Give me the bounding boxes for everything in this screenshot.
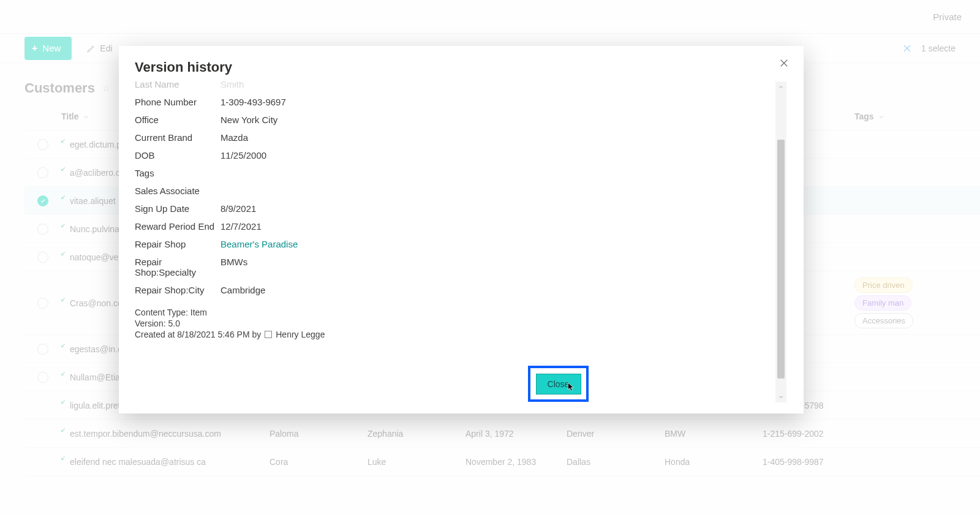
chevron-down-icon bbox=[83, 113, 90, 120]
selection-count-label: 1 selecte bbox=[921, 43, 956, 53]
pencil-icon bbox=[86, 43, 96, 53]
field-row: Tags bbox=[135, 164, 775, 182]
field-label: Tags bbox=[135, 168, 221, 178]
scrollbar[interactable] bbox=[775, 81, 786, 402]
table-row[interactable]: ↙eleifend nec malesuada@atrisus caCoraLu… bbox=[24, 448, 980, 476]
chevron-down-icon bbox=[878, 113, 885, 120]
column-header-title-label: Title bbox=[61, 111, 79, 121]
version-details: Last NameSmithPhone Number1-309-493-9697… bbox=[135, 81, 775, 402]
cell-dob: November 2, 1983 bbox=[466, 457, 567, 467]
field-value: Cambridge bbox=[221, 285, 265, 295]
field-value: 1-309-493-9697 bbox=[221, 97, 286, 107]
field-label: Sign Up Date bbox=[135, 203, 221, 214]
scroll-thumb[interactable] bbox=[777, 140, 785, 379]
field-label: Phone Number bbox=[135, 97, 221, 107]
cell-brand: Honda bbox=[665, 457, 763, 467]
cursor-icon bbox=[567, 382, 576, 393]
row-select[interactable] bbox=[24, 298, 61, 309]
field-row: Repair Shop:CityCambridge bbox=[135, 281, 775, 299]
version-line: Version: 5.0 bbox=[135, 319, 775, 328]
cell-first: Cora bbox=[270, 457, 368, 467]
plus-icon: + bbox=[32, 43, 37, 54]
column-header-tags-label: Tags bbox=[854, 111, 874, 121]
field-value-link[interactable]: Beamer's Paradise bbox=[221, 239, 298, 249]
field-label: Last Name bbox=[135, 81, 221, 89]
field-row: Repair Shop:SpecialtyBMWs bbox=[135, 253, 775, 281]
cell-dob: April 3, 1972 bbox=[466, 429, 567, 439]
cell-phone: 1-405-998-9987 bbox=[763, 457, 854, 467]
field-label: Reward Period End bbox=[135, 221, 221, 232]
close-button-highlight: Close bbox=[528, 366, 589, 402]
row-select[interactable] bbox=[24, 224, 61, 235]
list-title: Customers bbox=[24, 80, 95, 96]
top-bar: Private bbox=[0, 0, 980, 34]
field-value: New York City bbox=[221, 115, 277, 125]
field-label: Repair Shop:City bbox=[135, 285, 221, 295]
row-select[interactable] bbox=[24, 372, 61, 383]
created-by-name: Henry Legge bbox=[276, 330, 325, 339]
field-label: Repair Shop bbox=[135, 239, 221, 249]
field-row: Last NameSmith bbox=[135, 81, 775, 93]
user-box-icon bbox=[265, 331, 272, 338]
field-row: DOB11/25/2000 bbox=[135, 146, 775, 164]
scroll-up-arrow-icon[interactable] bbox=[775, 81, 786, 92]
field-row: Phone Number1-309-493-9697 bbox=[135, 93, 775, 111]
created-prefix: Created at 8/18/2021 5:46 PM by bbox=[135, 330, 261, 339]
field-value: 11/25/2000 bbox=[221, 150, 266, 160]
field-row: Sales Associate bbox=[135, 182, 775, 200]
selection-count: 1 selecte bbox=[899, 40, 956, 56]
field-value: 12/7/2021 bbox=[221, 221, 262, 232]
cell-phone: 1-215-699-2002 bbox=[763, 429, 854, 439]
row-select[interactable] bbox=[24, 344, 61, 355]
cell-first: Paloma bbox=[270, 429, 368, 439]
field-row: Current BrandMazda bbox=[135, 129, 775, 146]
row-select[interactable] bbox=[24, 167, 61, 178]
cell-last: Zephania bbox=[368, 429, 466, 439]
field-value: Smith bbox=[221, 81, 244, 89]
new-button-label: New bbox=[42, 43, 61, 53]
field-label: Current Brand bbox=[135, 132, 221, 143]
row-select[interactable] bbox=[24, 139, 61, 150]
dialog-title: Version history bbox=[135, 59, 786, 75]
created-by-line: Created at 8/18/2021 5:46 PM by Henry Le… bbox=[135, 330, 775, 339]
row-title[interactable]: ↙eleifend nec malesuada@atrisus ca bbox=[61, 457, 270, 467]
tag-chip[interactable]: Price driven bbox=[854, 277, 913, 293]
field-row: Sign Up Date8/9/2021 bbox=[135, 200, 775, 217]
close-icon bbox=[778, 58, 790, 69]
favorite-star-icon[interactable]: ☆ bbox=[102, 83, 110, 93]
private-label: Private bbox=[933, 12, 962, 22]
tag-chip[interactable]: Accessories bbox=[854, 313, 913, 328]
row-select[interactable] bbox=[24, 252, 61, 263]
tag-chip[interactable]: Family man bbox=[854, 295, 911, 311]
edit-button[interactable]: Edi bbox=[86, 43, 112, 53]
row-title[interactable]: ↙est.tempor.bibendum@neccursusa.com bbox=[61, 429, 270, 439]
close-button-label: Close bbox=[548, 379, 570, 389]
new-button[interactable]: + New bbox=[24, 37, 72, 60]
field-label: DOB bbox=[135, 150, 221, 160]
version-history-dialog: Version history Last NameSmithPhone Numb… bbox=[119, 46, 804, 413]
scroll-down-arrow-icon[interactable] bbox=[775, 391, 786, 402]
close-button[interactable]: Close bbox=[536, 374, 581, 394]
row-select[interactable] bbox=[24, 195, 61, 206]
field-row: Reward Period End12/7/2021 bbox=[135, 217, 775, 235]
clear-selection-button[interactable] bbox=[899, 40, 915, 56]
field-value: BMWs bbox=[221, 257, 247, 277]
dialog-close-button[interactable] bbox=[775, 55, 793, 72]
field-row: Repair ShopBeamer's Paradise bbox=[135, 235, 775, 253]
field-value: Mazda bbox=[221, 132, 248, 143]
field-label: Repair Shop:Specialty bbox=[135, 257, 221, 277]
cell-office: Denver bbox=[567, 429, 665, 439]
cell-brand: BMW bbox=[665, 429, 763, 439]
cell-last: Luke bbox=[368, 457, 466, 467]
field-row: OfficeNew York City bbox=[135, 111, 775, 129]
field-label: Sales Associate bbox=[135, 186, 221, 196]
field-label: Office bbox=[135, 115, 221, 125]
field-value: 8/9/2021 bbox=[221, 203, 256, 214]
column-header-tags[interactable]: Tags bbox=[854, 111, 980, 121]
edit-button-label: Edi bbox=[100, 43, 112, 53]
table-row[interactable]: ↙est.tempor.bibendum@neccursusa.comPalom… bbox=[24, 420, 980, 448]
cell-office: Dallas bbox=[567, 457, 665, 467]
version-metadata: Content Type: Item Version: 5.0 Created … bbox=[135, 308, 775, 339]
row-tags: Price drivenFamily manAccessories bbox=[854, 276, 980, 330]
close-icon bbox=[902, 43, 913, 54]
